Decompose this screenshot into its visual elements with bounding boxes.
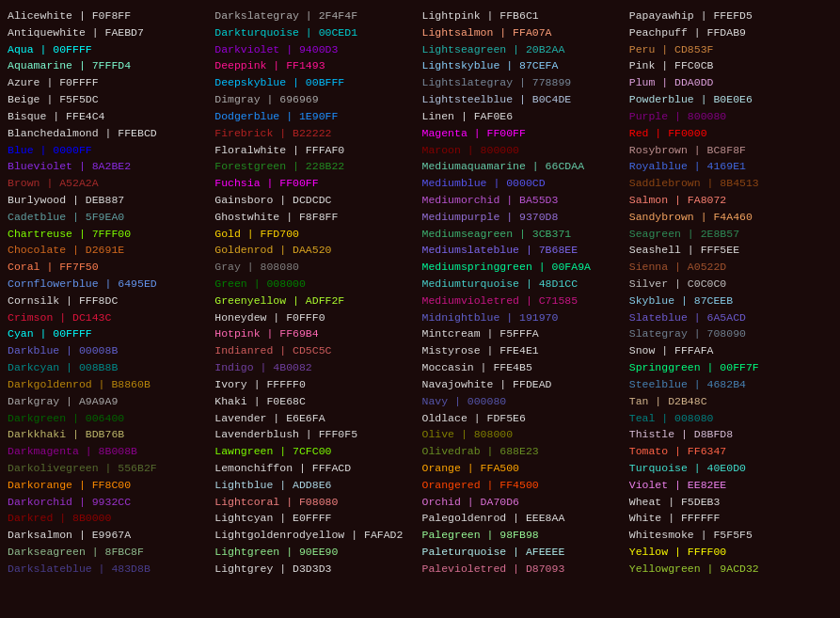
column-3: Papayawhip | FFEFD5Peachpuff | FFDAB9Per… <box>629 8 832 578</box>
list-item: Forestgreen | 228B22 <box>214 158 418 175</box>
color-label: Cornsilk | FFF8DC <box>8 294 118 307</box>
color-label: Seashell | FFF5EE <box>629 244 739 256</box>
color-label: Slategray | 708090 <box>629 327 746 340</box>
list-item: Chocolate | D2691E <box>8 242 211 259</box>
color-label: Linen | FAF0E6 <box>422 110 514 122</box>
color-label: Springgreen | 00FF7F <box>629 361 759 373</box>
color-label: Lightsalmon | FFA07A <box>422 26 552 39</box>
column-2: Lightpink | FFB6C1Lightsalmon | FFA07ALi… <box>422 8 626 578</box>
list-item: Green | 008000 <box>214 276 418 293</box>
color-label: Lightcyan | E0FFFF <box>214 512 331 524</box>
color-label: Lightgrey | D3D3D3 <box>214 563 331 575</box>
list-item: Darkgreen | 006400 <box>8 410 211 427</box>
color-label: Cadetblue | 5F9EA0 <box>8 211 124 223</box>
list-item: Lightgrey | D3D3D3 <box>214 561 418 578</box>
list-item: Sandybrown | F4A460 <box>629 209 832 226</box>
color-label: Blue | 0000FF <box>8 144 92 156</box>
color-label: Tomato | FF6347 <box>629 445 727 457</box>
list-item: Cadetblue | 5F9EA0 <box>8 209 211 226</box>
color-label: Alicewhite | F0F8FF <box>8 9 131 22</box>
color-label: Indianred | CD5C5C <box>214 344 331 357</box>
color-label: Sienna | A0522D <box>629 261 727 273</box>
color-label: Mistyrose | FFE4E1 <box>422 344 539 357</box>
color-label: Darkgreen | 006400 <box>8 412 124 424</box>
list-item: Mediumturquoise | 48D1CC <box>422 276 626 293</box>
color-label: Seagreen | 2E8B57 <box>629 228 739 240</box>
color-label: Mintcream | F5FFFA <box>422 327 539 340</box>
list-item: Midnightblue | 191970 <box>422 309 626 326</box>
color-label: Brown | A52A2A <box>8 177 99 189</box>
list-item: Moccasin | FFE4B5 <box>422 359 626 376</box>
color-label: Burlywood | DEB887 <box>8 194 124 206</box>
list-item: Darkkhaki | BDB76B <box>8 426 211 443</box>
color-label: Lavender | E6E6FA <box>214 412 325 424</box>
color-label: Paleturquoise | AFEEEE <box>422 546 565 558</box>
column-0: Alicewhite | F0F8FFAntiquewhite | FAEBD7… <box>8 8 211 578</box>
list-item: Antiquewhite | FAEBD7 <box>8 24 211 41</box>
list-item: Darkred | 8B0000 <box>8 510 211 527</box>
color-label: White | FFFFFF <box>629 512 721 524</box>
color-label: Papayawhip | FFEFD5 <box>629 9 753 22</box>
list-item: Brown | A52A2A <box>8 175 211 192</box>
color-label: Orange | FFA500 <box>422 462 520 474</box>
list-item: Papayawhip | FFEFD5 <box>629 8 832 24</box>
color-label: Mediumaquamarine | 66CDAA <box>422 160 585 172</box>
color-label: Antiquewhite | FAEBD7 <box>8 26 144 39</box>
color-label: Lightgoldenrodyellow | FAFAD2 <box>214 529 403 541</box>
list-item: Darkgray | A9A9A9 <box>8 393 211 410</box>
list-item: Aqua | 00FFFF <box>8 41 211 58</box>
color-label: Oldlace | FDF5E6 <box>422 412 526 424</box>
color-label: Blanchedalmond | FFEBCD <box>8 127 157 139</box>
list-item: Snow | FFFAFA <box>629 342 832 359</box>
list-item: Burlywood | DEB887 <box>8 192 211 209</box>
list-item: Darkslategray | 2F4F4F <box>214 8 418 24</box>
list-item: Lightgoldenrodyellow | FAFAD2 <box>214 527 418 544</box>
list-item: Mediumslateblue | 7B68EE <box>422 242 626 259</box>
list-item: Darkblue | 00008B <box>8 342 211 359</box>
list-item: Tan | D2B48C <box>629 393 832 410</box>
color-label: Steelblue | 4682B4 <box>629 378 746 390</box>
color-label: Cornflowerblue | 6495ED <box>8 277 157 290</box>
list-item: Khaki | F0E68C <box>214 393 418 410</box>
list-item: Floralwhite | FFFAF0 <box>214 142 418 159</box>
color-label: Lightcoral | F08080 <box>214 496 338 508</box>
color-label: Whitesmoke | F5F5F5 <box>629 529 753 541</box>
color-label: Magenta | FF00FF <box>422 127 526 139</box>
color-label: Azure | F0FFFF <box>8 76 99 88</box>
list-item: Whitesmoke | F5F5F5 <box>629 527 832 544</box>
color-label: Yellow | FFFF00 <box>629 546 727 558</box>
color-label: Chartreuse | 7FFF00 <box>8 228 131 240</box>
list-item: Red | FF0000 <box>629 125 832 142</box>
color-label: Dodgerblue | 1E90FF <box>214 110 338 122</box>
list-item: Violet | EE82EE <box>629 477 832 494</box>
list-item: Silver | C0C0C0 <box>629 276 832 293</box>
color-label: Palevioletred | D87093 <box>422 563 565 575</box>
color-grid: Alicewhite | F0F8FFAntiquewhite | FAEBD7… <box>8 8 832 578</box>
color-label: Powderblue | B0E0E6 <box>629 93 753 105</box>
list-item: Lightsalmon | FFA07A <box>422 24 626 41</box>
list-item: Mediumspringgreen | 00FA9A <box>422 259 626 276</box>
color-label: Peru | CD853F <box>629 43 714 55</box>
list-item: Darkmagenta | 8B008B <box>8 443 211 460</box>
color-label: Orangered | FF4500 <box>422 479 539 491</box>
color-label: Violet | EE82EE <box>629 479 727 491</box>
list-item: Palegoldenrod | EEE8AA <box>422 510 626 527</box>
color-label: Hotpink | FF69B4 <box>214 327 318 340</box>
color-label: Sandybrown | F4A460 <box>629 211 753 223</box>
color-label: Beige | F5F5DC <box>8 93 99 105</box>
color-label: Moccasin | FFE4B5 <box>422 361 532 373</box>
list-item: Yellowgreen | 9ACD32 <box>629 561 832 578</box>
list-item: Lightseagreen | 20B2AA <box>422 41 626 58</box>
list-item: Springgreen | 00FF7F <box>629 359 832 376</box>
color-label: Royalblue | 4169E1 <box>629 160 746 172</box>
color-label: Crimson | DC143C <box>8 311 111 324</box>
color-label: Darkslategray | 2F4F4F <box>214 9 357 22</box>
list-item: Azure | F0FFFF <box>8 74 211 91</box>
color-label: Forestgreen | 228B22 <box>214 160 344 172</box>
list-item: Seagreen | 2E8B57 <box>629 226 832 243</box>
list-item: Turquoise | 40E0D0 <box>629 460 832 477</box>
color-label: Wheat | F5DEB3 <box>629 496 721 508</box>
list-item: Thistle | D8BFD8 <box>629 426 832 443</box>
color-label: Mediumslateblue | 7B68EE <box>422 244 578 256</box>
list-item: Saddlebrown | 8B4513 <box>629 175 832 192</box>
